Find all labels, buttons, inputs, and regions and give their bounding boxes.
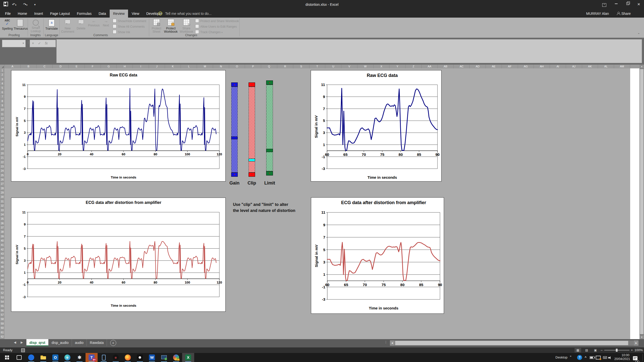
ribbon-tab-review[interactable]: Review	[110, 10, 128, 18]
enter-icon[interactable]: ✓	[38, 41, 41, 45]
column-header-AE[interactable]: AE	[486, 65, 502, 68]
spelling-button[interactable]: ABC ✓ Spelling	[2, 18, 13, 30]
scroll-down-icon[interactable]: ▼	[639, 335, 644, 339]
row-header-17[interactable]: 17	[0, 138, 5, 143]
clock[interactable]: 10:00 20/04/2021	[614, 353, 629, 361]
page-break-view-icon[interactable]: ▣	[592, 348, 599, 352]
column-header-Z[interactable]: Z	[406, 65, 422, 68]
row-header-56[interactable]: 56	[0, 308, 5, 313]
notification-center-icon[interactable]: 4	[633, 355, 637, 362]
taskbar-dark-circle-app[interactable]	[110, 353, 122, 362]
cancel-icon[interactable]: ×	[32, 41, 34, 45]
row-header-48[interactable]: 48	[0, 274, 5, 278]
row-header-45[interactable]: 45	[0, 260, 5, 265]
row-header-5[interactable]: 5	[0, 86, 5, 90]
zoom-slider-handle[interactable]	[616, 349, 618, 352]
ribbon-display-options-icon[interactable]: ^	[600, 1, 609, 8]
horizontal-scrollbar-thumb[interactable]	[395, 341, 628, 345]
help-tray-icon[interactable]: ?	[577, 355, 582, 360]
name-box-dropdown-icon[interactable]: ▾	[23, 42, 24, 44]
column-header-A[interactable]: A	[5, 65, 21, 68]
row-header-1[interactable]: 1	[0, 68, 5, 73]
row-header-6[interactable]: 6	[0, 90, 5, 95]
select-all-button[interactable]	[0, 65, 5, 68]
row-header-16[interactable]: 16	[0, 134, 5, 138]
wifi-icon[interactable]	[603, 353, 607, 362]
row-header-7[interactable]: 7	[0, 95, 5, 99]
taskbar-word[interactable]: W	[146, 353, 158, 362]
taskbar-remote-desktop[interactable]	[158, 353, 170, 362]
row-header-26[interactable]: 26	[0, 177, 5, 182]
sheet-tab-audio[interactable]: audio	[72, 339, 87, 346]
row-header-51[interactable]: 51	[0, 287, 5, 291]
row-header-33[interactable]: 33	[0, 208, 5, 212]
ribbon-tab-file[interactable]: File	[2, 10, 14, 18]
row-header-52[interactable]: 52	[0, 291, 5, 295]
share-workbook-button[interactable]: ⇆ Share Workbook	[179, 18, 194, 33]
row-header-8[interactable]: 8	[0, 99, 5, 103]
column-header-W[interactable]: W	[357, 65, 374, 68]
zoom-level[interactable]: 100%	[634, 348, 643, 352]
scroll-left-icon[interactable]: ◀	[390, 340, 394, 346]
display-tray-icon[interactable]	[596, 353, 601, 362]
column-header-G[interactable]: G	[101, 65, 117, 68]
row-header-44[interactable]: 44	[0, 256, 5, 260]
row-header-34[interactable]: 34	[0, 212, 5, 217]
column-header-T[interactable]: T	[309, 65, 326, 68]
gain-scrollbar[interactable]: ▲ ▼	[231, 82, 238, 177]
limit-down-icon[interactable]: ▼	[266, 171, 273, 175]
column-header-R[interactable]: R	[277, 65, 293, 68]
row-header-43[interactable]: 43	[0, 252, 5, 256]
column-header-AH[interactable]: AH	[534, 65, 550, 68]
taskbar-file-explorer[interactable]	[37, 353, 49, 362]
clip-down-icon[interactable]: ▼	[249, 172, 255, 177]
row-header-3[interactable]: 3	[0, 77, 5, 81]
gain-thumb[interactable]	[231, 137, 238, 139]
row-header-24[interactable]: 24	[0, 169, 5, 173]
row-header-20[interactable]: 20	[0, 151, 5, 156]
vertical-scrollbar[interactable]: ▲ ▼	[639, 65, 644, 339]
protect-sheet-button[interactable]: Protect Sheet	[150, 18, 163, 33]
taskbar-secure-browser[interactable]	[170, 353, 182, 362]
new-comment-button[interactable]: New Comment	[61, 18, 74, 33]
gain-track[interactable]	[231, 87, 238, 172]
scroll-up-icon[interactable]: ▲	[639, 65, 644, 68]
row-header-28[interactable]: 28	[0, 186, 5, 191]
row-header-30[interactable]: 30	[0, 195, 5, 199]
column-header-AB[interactable]: AB	[438, 65, 454, 68]
show-desktop-button[interactable]	[642, 354, 643, 361]
limit-thumb[interactable]	[266, 149, 273, 152]
tell-me-box[interactable]: Tell me what you want to do...	[158, 10, 212, 18]
taskbar-outlook[interactable]: O	[49, 353, 61, 362]
name-box[interactable]: ▾	[2, 40, 26, 47]
macro-record-icon[interactable]	[21, 348, 25, 352]
column-header-M[interactable]: M	[197, 65, 213, 68]
taskbar-phone-app[interactable]	[98, 353, 110, 362]
column-header-Y[interactable]: Y	[389, 65, 406, 68]
ribbon-tab-data[interactable]: Data	[95, 10, 110, 18]
column-header-S[interactable]: S	[293, 65, 309, 68]
row-header-41[interactable]: 41	[0, 243, 5, 247]
protect-workbook-button[interactable]: Protect Workbook	[164, 18, 178, 33]
share-button[interactable]: Share	[617, 10, 631, 18]
row-header-31[interactable]: 31	[0, 199, 5, 204]
insert-function-icon[interactable]: fx	[45, 41, 48, 45]
chart-raw-ecg-full[interactable]: 1197531-1-3020406080100120Raw ECG dataTi…	[11, 70, 226, 182]
row-header-57[interactable]: 57	[0, 313, 5, 317]
column-header-P[interactable]: P	[245, 65, 261, 68]
clip-up-icon[interactable]: ▲	[249, 82, 255, 87]
column-header-E[interactable]: E	[69, 65, 85, 68]
vertical-scrollbar-thumb[interactable]	[640, 69, 644, 334]
maximize-restore-button[interactable]	[623, 1, 632, 8]
zoom-in-icon[interactable]: +	[631, 348, 633, 352]
translate-button[interactable]: a Translate	[45, 18, 58, 30]
limit-scrollbar[interactable]: ▲ ▼	[266, 80, 273, 175]
desktop-toolbar[interactable]: Desktop »	[555, 353, 571, 362]
column-header-L[interactable]: L	[181, 65, 197, 68]
ribbon-tab-insert[interactable]: Insert	[31, 10, 47, 18]
row-header-59[interactable]: 59	[0, 322, 5, 326]
column-header-AM[interactable]: AM	[614, 65, 630, 68]
ribbon-tab-home[interactable]: Home	[14, 10, 31, 18]
row-header-47[interactable]: 47	[0, 269, 5, 274]
hidden-icons-chevron[interactable]: ^	[585, 353, 587, 362]
